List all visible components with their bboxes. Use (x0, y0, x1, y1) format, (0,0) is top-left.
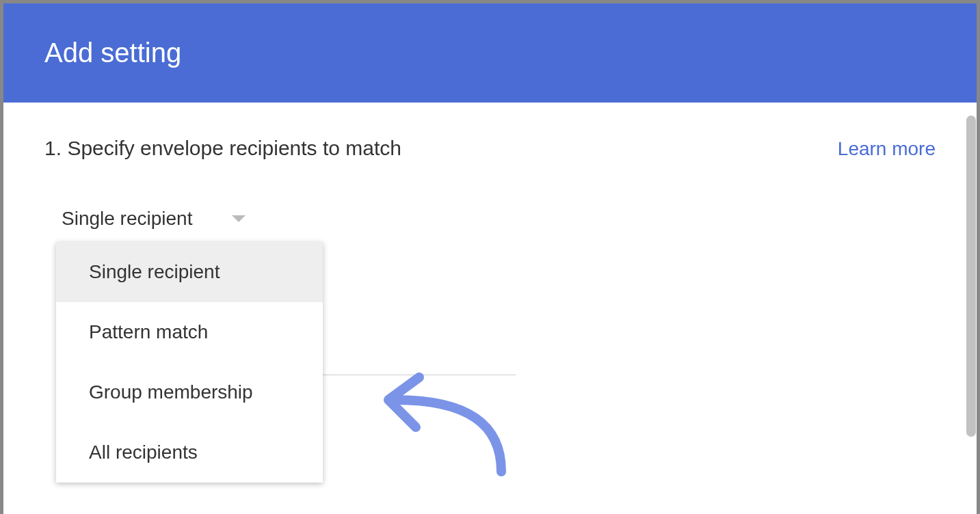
dropdown-option-group-membership[interactable]: Group membership (56, 362, 323, 422)
dropdown-option-single-recipient[interactable]: Single recipient (56, 242, 323, 302)
scrollbar-thumb[interactable] (966, 116, 976, 437)
step-label: 1. Specify envelope recipients to match (44, 137, 401, 160)
modal-header: Add setting (3, 3, 977, 103)
dropdown-menu: Single recipient Pattern match Group mem… (56, 242, 323, 483)
annotation-arrow-icon (378, 369, 515, 478)
recipient-dropdown: Single recipient Single recipient Patter… (62, 208, 936, 230)
modal-body: 1. Specify envelope recipients to match … (3, 103, 977, 514)
dropdown-selected-label: Single recipient (62, 208, 192, 230)
dropdown-selected[interactable]: Single recipient (62, 208, 936, 230)
learn-more-link[interactable]: Learn more (838, 138, 936, 160)
step-row: 1. Specify envelope recipients to match … (44, 137, 936, 160)
scrollbar-track[interactable] (966, 116, 977, 514)
step-text: Specify envelope recipients to match (67, 137, 401, 159)
modal-title: Add setting (44, 38, 936, 68)
dropdown-option-all-recipients[interactable]: All recipients (56, 422, 323, 483)
add-setting-modal: Add setting 1. Specify envelope recipien… (3, 3, 977, 514)
dropdown-option-pattern-match[interactable]: Pattern match (56, 302, 323, 362)
chevron-down-icon (232, 215, 246, 222)
step-number: 1. (44, 137, 62, 159)
